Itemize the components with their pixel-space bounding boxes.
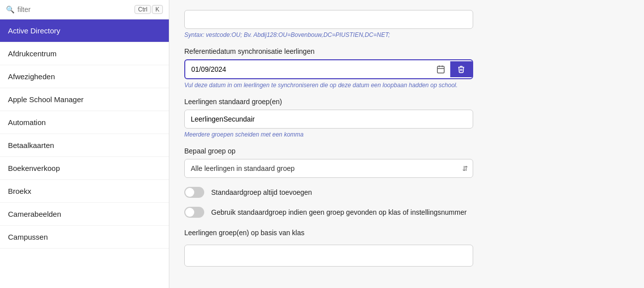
sidebar-item-automation[interactable]: Automation: [0, 111, 169, 134]
search-bar: 🔍 Ctrl K: [0, 0, 169, 19]
determine-group-select[interactable]: Alle leerlingen in standaard groepOp bas…: [184, 159, 473, 178]
toggle-always-add[interactable]: [184, 187, 204, 198]
svg-rect-0: [437, 66, 444, 73]
sidebar-item-afdrukcentrum[interactable]: Afdrukcentrum: [0, 42, 169, 65]
sidebar-item-afwezigheden[interactable]: Afwezigheden: [0, 65, 169, 88]
sidebar-list: Active DirectoryAfdrukcentrumAfwezighede…: [0, 19, 169, 288]
search-icon: 🔍: [6, 5, 14, 13]
group-by-class-section: Leerlingen groep(en) op basis van klas: [184, 229, 473, 267]
sidebar-item-betaalkaarten[interactable]: Betaalkaarten: [0, 134, 169, 157]
sidebar-item-apple-school-manager[interactable]: Apple School Manager: [0, 88, 169, 111]
date-clear-button[interactable]: [450, 61, 472, 77]
reference-date-hint: Vul deze datum in om leerlingen te synch…: [184, 82, 473, 89]
standard-group-hint: Meerdere groepen scheiden met een komma: [184, 131, 473, 138]
search-input[interactable]: [17, 5, 131, 13]
toggle-row-1: Standaardgroep altijd toevoegen: [184, 187, 473, 198]
ou-input[interactable]: [184, 10, 473, 29]
toggle-row-2: Gebruik standaardgroep indien geen groep…: [184, 207, 473, 218]
syntax-hint: Syntax: vestcode:OU; Bv. Abdij128:OU=Bov…: [184, 31, 473, 38]
standard-group-input[interactable]: [184, 110, 473, 129]
group-by-class-label: Leerlingen groep(en) op basis van klas: [184, 229, 473, 237]
ctrl-key: Ctrl: [134, 5, 151, 14]
k-key: K: [152, 5, 163, 14]
form-section: Syntax: vestcode:OU; Bv. Abdij128:OU=Bov…: [184, 10, 473, 267]
standard-group-label: Leerlingen standaard groep(en): [184, 98, 473, 106]
toggle-1-label: Standaardgroep altijd toevoegen: [211, 188, 312, 196]
sidebar: 🔍 Ctrl K Active DirectoryAfdrukcentrumAf…: [0, 0, 169, 288]
main-content: Syntax: vestcode:OU; Bv. Abdij128:OU=Bov…: [169, 0, 644, 288]
sidebar-item-camerabeelden[interactable]: Camerabeelden: [0, 203, 169, 226]
calendar-icon-button[interactable]: [431, 61, 450, 78]
shortcut-keys: Ctrl K: [134, 5, 163, 14]
determine-group-label: Bepaal groep op: [184, 147, 473, 155]
toggle-2-label: Gebruik standaardgroep indien geen groep…: [211, 208, 467, 216]
group-by-class-input[interactable]: [184, 245, 473, 267]
sidebar-item-broekx[interactable]: Broekx: [0, 180, 169, 203]
sidebar-item-active-directory[interactable]: Active Directory: [0, 19, 169, 42]
sidebar-item-campussen[interactable]: Campussen: [0, 226, 169, 249]
date-input[interactable]: [185, 60, 431, 78]
sidebar-item-boekenverkoop[interactable]: Boekenverkoop: [0, 157, 169, 180]
toggle-use-default-group[interactable]: [184, 207, 204, 218]
date-input-wrap: [184, 59, 473, 79]
reference-date-label: Referentiedatum synchronisatie leerlinge…: [184, 47, 473, 55]
determine-group-select-wrap: Alle leerlingen in standaard groepOp bas…: [184, 159, 473, 178]
